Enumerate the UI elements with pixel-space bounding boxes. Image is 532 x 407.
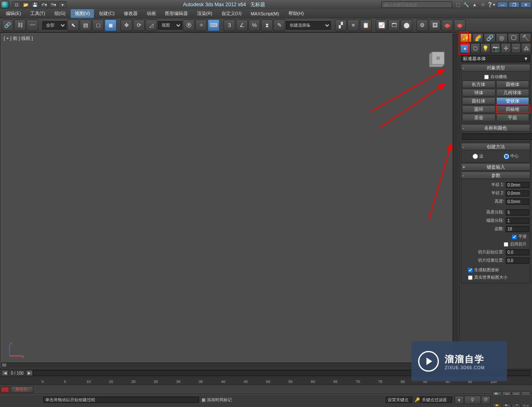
angle-snap-icon[interactable]: ∠ [236,20,248,31]
percent-snap-icon[interactable]: % [249,20,260,31]
radio-center[interactable]: 中心 [504,153,519,159]
subtab-helpers[interactable]: ✢ [501,43,511,53]
qat-undo-icon[interactable]: ↶▾ [40,1,48,8]
spin-sides[interactable] [506,226,532,232]
obj-cylinder[interactable]: 圆柱体 [462,97,495,105]
obj-torus[interactable]: 圆环 [462,105,495,113]
tool-icon[interactable]: 🔧 [463,1,470,8]
obj-teapot[interactable]: 茶壶 [462,114,495,121]
track-start-marker[interactable] [1,387,9,392]
menu-edit[interactable]: 编辑(E) [2,9,25,18]
named-sel-combo[interactable]: 创建选择集 [286,21,331,29]
chk-realworld[interactable] [468,275,473,280]
schematic-icon[interactable]: 🗔 [388,20,400,31]
rollout-params[interactable]: -参数 [461,172,530,179]
subtab-systems[interactable]: ⁂ [521,43,531,53]
menu-help[interactable]: 帮助(H) [284,9,308,18]
qat-open-icon[interactable]: 📂 [22,1,30,8]
qat-save-icon[interactable]: 💾 [31,1,39,8]
viewport-scroll-v[interactable] [453,34,458,362]
render-frame-icon[interactable]: 🖼 [429,20,441,31]
connect-icon[interactable]: ⬚ [455,1,461,8]
setkey-button[interactable]: 设置关键点 [386,397,412,403]
spin-st[interactable] [506,258,532,263]
viewcube[interactable]: 前 [427,49,447,69]
obj-geosphere[interactable]: 几何球体 [496,89,530,96]
rollout-namecolor[interactable]: -名称和颜色 [461,124,530,132]
frame-input[interactable]: 0 [464,396,481,404]
tab-modify[interactable]: 🌈 [472,33,484,42]
qat-more-icon[interactable]: ▾ [58,1,66,8]
time-prev-button[interactable]: ◀ [2,370,8,376]
render-last-icon[interactable]: 🫖 [454,20,466,31]
menu-view[interactable]: 视图(V) [71,9,94,18]
subtab-spacewarps[interactable]: 〰 [511,43,521,53]
render-icon[interactable]: 🫖 [441,20,453,31]
spin-r1[interactable] [506,182,532,188]
radio-edge[interactable]: 边 [473,153,483,159]
obj-pyramid[interactable]: 四棱锥 [496,105,530,113]
category-dropdown[interactable]: 标准基本体▼ [461,55,530,62]
qat-new-icon[interactable]: 🗋 [12,1,21,8]
menu-tools[interactable]: 工具(T) [26,9,49,18]
help-icon[interactable]: ❔▾ [488,1,495,8]
keytag-icon[interactable]: 🔑 [415,397,420,402]
keyfilter-button[interactable]: 关键点过滤器 [420,397,452,403]
rollout-createmethod[interactable]: -创建方法 [461,143,530,150]
spin-cseg[interactable] [506,218,532,223]
minimize-button[interactable]: — [497,2,508,7]
spin-h[interactable] [506,199,532,204]
select-name-icon[interactable]: ▤ [80,20,91,31]
obj-tube[interactable]: 管状体 [496,97,530,105]
viewport-scroll-h[interactable] [1,363,458,368]
move-icon[interactable]: ✥ [121,20,132,31]
menu-group[interactable]: 组(G) [50,9,70,18]
subtab-geometry[interactable]: ● [460,43,470,53]
script-icon[interactable]: ▦ [202,397,205,402]
pivot-icon[interactable]: ⦿ [183,20,195,31]
subtab-lights[interactable]: 💡 [480,43,490,53]
mirror-icon[interactable]: ▞ [335,20,347,31]
viewport-label[interactable]: [ + ] 前 ] 线框 ] [4,35,33,42]
addtag-label[interactable]: 添加时间标记 [207,397,232,403]
select-icon[interactable]: ⬉ [67,20,79,31]
window-crossing-icon[interactable]: ◼ [105,20,116,31]
unlink-icon[interactable]: ⛓ [14,20,26,31]
menu-maxscript[interactable]: MAXScript(M) [246,10,283,17]
keyboard-shortcut-icon[interactable]: ⌨ [208,20,219,31]
menu-render[interactable]: 渲染(R) [193,9,217,18]
tab-utilities[interactable]: 🔨 [520,33,531,42]
app-icon[interactable] [1,1,9,8]
tab-create[interactable]: ✨ [460,33,472,42]
material-icon[interactable]: ⬤ [401,20,412,31]
nowrow-button[interactable]: 所在行: [11,386,33,393]
time-next-button[interactable]: ▶ [26,370,33,376]
menu-modifiers[interactable]: 修改器 [120,9,142,18]
obj-cone[interactable]: 圆锥体 [496,81,530,88]
qat-redo-icon[interactable]: ↷▾ [49,1,57,8]
menu-custom[interactable]: 自定义(U) [217,9,246,18]
spin-r2[interactable] [506,191,532,196]
snap-3-icon[interactable]: 3 [224,20,235,31]
subtab-shapes[interactable]: ⬡ [470,43,480,53]
frame-back-icon[interactable]: ⏴ [455,396,464,404]
rollout-keyboard[interactable]: +键盘输入 [461,163,530,171]
select-manip-icon[interactable]: ✧ [195,20,207,31]
spin-sf[interactable] [506,250,532,255]
render-setup-icon[interactable]: ⚙ [416,20,428,31]
search-input[interactable] [382,1,452,8]
object-name-input[interactable] [462,133,532,140]
tab-motion[interactable]: ◎ [496,33,507,42]
chk-slice[interactable] [504,242,508,247]
chk-smooth[interactable] [512,235,517,239]
rotate-icon[interactable]: ⟳ [133,20,145,31]
exchange-icon[interactable]: ▲ [471,1,478,8]
viewport[interactable]: [ + ] 前 ] 线框 ] 前 zx [0,32,459,369]
obj-sphere[interactable]: 球体 [462,89,495,96]
spin-hseg[interactable] [506,210,532,215]
selection-filter-combo[interactable]: 全部 [42,21,66,29]
bind-space-icon[interactable]: 〰 [27,20,38,31]
select-region-icon[interactable]: ◻ [92,20,104,31]
align-icon[interactable]: ≡ [347,20,359,31]
obj-box[interactable]: 长方体 [462,81,495,88]
